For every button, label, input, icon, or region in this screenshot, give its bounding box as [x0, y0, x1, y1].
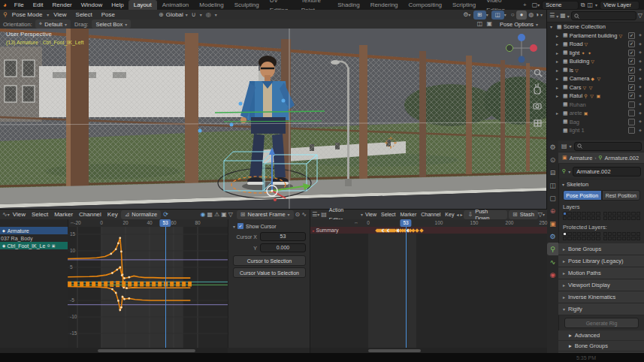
viewport-menu-view[interactable]: View	[49, 10, 71, 20]
current-frame-badge[interactable]: 53	[159, 219, 171, 227]
protected-layers-grid-1[interactable]	[563, 232, 600, 240]
exclude-checkbox[interactable]: ✓	[628, 75, 635, 82]
outliner-row[interactable]: ▸ ▦ Building ▽ ✓ ⌖	[547, 57, 644, 66]
expand-icon[interactable]: ▸	[556, 50, 561, 56]
exclude-checkbox[interactable]	[628, 110, 635, 116]
ghost-curves-icon[interactable]: ▣	[219, 212, 228, 218]
exclude-checkbox[interactable]: ✓	[628, 32, 635, 39]
breadcrumb-data[interactable]: Armature.002	[605, 155, 639, 161]
expand-icon[interactable]: ▸	[556, 93, 561, 98]
outliner-row[interactable]: ▦ light 1 ⌖	[547, 126, 644, 135]
subpanel-bone-groups[interactable]: ▸Bone Groups	[558, 341, 644, 351]
keyframe-diamond[interactable]	[419, 228, 424, 233]
drag-dropdown[interactable]: Select Box▾	[92, 20, 131, 29]
selectability-icon[interactable]: ⌖	[639, 32, 642, 38]
bone-dot[interactable]	[230, 123, 234, 127]
outliner-search-input[interactable]	[571, 11, 636, 20]
viewport-menu-pose[interactable]: Pose	[97, 10, 119, 20]
pose-options-dropdown[interactable]: Pose Options▾	[496, 20, 542, 29]
skeleton-panel-header[interactable]: Skeleton	[567, 181, 588, 188]
workspace-tab-compositing[interactable]: Compositing	[404, 0, 447, 10]
tab-view-layer-icon[interactable]: ◫	[547, 179, 558, 192]
expand-icon[interactable]: ▸	[556, 41, 561, 47]
graph-menu-view[interactable]: View	[10, 210, 29, 219]
bone-dot[interactable]	[239, 102, 243, 106]
panel-rigify[interactable]: ▾Rigify	[558, 303, 644, 315]
dope-menu-key[interactable]: Key	[443, 210, 456, 219]
menu-edit[interactable]: Edit	[29, 0, 48, 10]
stash-button[interactable]: ⊞Stash	[509, 210, 538, 219]
menu-help[interactable]: Help	[107, 0, 128, 10]
next-action-icon[interactable]: ▸	[458, 213, 464, 217]
graph-menu-marker[interactable]: Marker	[51, 210, 76, 219]
panel-viewport-display[interactable]: ▸Viewport Display	[558, 279, 644, 291]
exclude-checkbox[interactable]	[628, 119, 635, 125]
selectability-icon[interactable]: ⌖	[639, 128, 642, 134]
expand-icon[interactable]: ▸	[556, 76, 561, 81]
properties-search-input[interactable]	[574, 142, 642, 151]
fcurve-icon[interactable]: ∿	[300, 212, 310, 218]
shading-rendered-icon[interactable]: ◑	[534, 12, 540, 18]
expand-icon[interactable]: ▸	[556, 85, 561, 90]
expand-icon[interactable]: ▸	[556, 110, 561, 116]
selectability-icon[interactable]: ⌖	[639, 84, 642, 90]
exclude-checkbox[interactable]	[628, 127, 635, 134]
graph-menu-select[interactable]: Select	[29, 210, 51, 219]
workspace-tab-rendering[interactable]: Rendering	[365, 0, 404, 10]
graph-editor-icon[interactable]: ∿	[0, 212, 8, 218]
blender-logo-icon[interactable]: ◕	[0, 2, 10, 8]
scene-selector[interactable]: Scene	[542, 1, 579, 10]
outliner-row[interactable]: ▸ ▦ arete ▣ ⌖	[547, 109, 644, 118]
rest-position-button[interactable]: Rest Position	[602, 190, 641, 201]
show-cursor-checkbox[interactable]: ✓	[237, 223, 243, 229]
outliner-filter-icon[interactable]: ▽	[638, 13, 642, 19]
current-frame-badge[interactable]: 53	[400, 219, 411, 227]
tab-world-icon[interactable]: ⊕	[547, 204, 558, 217]
outliner-row[interactable]: ▸ ▦ ls ▽ ✓ ⌖	[547, 66, 644, 75]
workspace-tab-sculpting[interactable]: Sculpting	[229, 0, 265, 10]
tab-bone-icon[interactable]: ∿	[547, 255, 558, 268]
cursor-value-to-selection-button[interactable]: Cursor Value to Selection	[233, 267, 306, 278]
selectability-icon[interactable]: ⌖	[639, 76, 642, 82]
panel-pose-library[interactable]: ▸Pose Library (Legacy)	[558, 255, 644, 267]
data-name-field[interactable]: Armature.002	[573, 167, 641, 176]
preview-range-icon[interactable]: ↔	[354, 220, 358, 225]
expand-icon[interactable]: ▸	[556, 33, 561, 38]
outliner-row[interactable]: ▸ ▦ light ✦ ✦ ✓ ⌖	[547, 49, 644, 58]
view-layer-selector[interactable]: View Layer	[600, 1, 639, 10]
tab-object-icon[interactable]: ▣	[547, 217, 558, 230]
properties-editor-icon[interactable]: ▤	[561, 143, 567, 149]
cursor-to-selection-button[interactable]: Cursor to Selection	[233, 255, 306, 266]
expand-icon[interactable]: ◆	[2, 228, 5, 233]
exclude-checkbox[interactable]: ✓	[628, 58, 635, 65]
workspace-tab-scripting[interactable]: Scripting	[447, 0, 481, 10]
selectability-icon[interactable]: ⌖	[639, 41, 642, 47]
options-icon-a[interactable]: ◫	[477, 21, 483, 27]
breadcrumb-object[interactable]: Armature	[570, 155, 593, 161]
subpanel-advanced[interactable]: ▸Advanced	[558, 330, 644, 341]
outliner-row[interactable]: ▸ ▦ Parliament building ▽ ✓ ⌖	[547, 32, 644, 41]
tab-modifier-icon[interactable]: ⚙	[547, 230, 558, 243]
graph-filter-icon[interactable]: ▽	[228, 212, 233, 218]
selectability-icon[interactable]: ⌖	[639, 67, 642, 73]
snap-dropdown[interactable]: ⊞Nearest Frame▾	[237, 210, 294, 219]
dope-editor-icon[interactable]: ☰	[310, 212, 317, 218]
overlays-toggle-icon[interactable]: ⊞	[473, 11, 485, 20]
show-errors-icon[interactable]: ⚠	[214, 212, 219, 218]
selectability-icon[interactable]: ⌖	[639, 50, 642, 56]
normalize-refresh-icon[interactable]: ⟳	[161, 212, 171, 218]
dope-menu-marker[interactable]: Marker	[398, 210, 419, 219]
normalize-toggle[interactable]: ⊿Normalize	[121, 210, 161, 219]
pivot-icon[interactable]: ⊙	[295, 212, 301, 218]
selectability-icon[interactable]: ⌖	[639, 59, 642, 65]
shading-solid-icon[interactable]: ●	[516, 11, 528, 20]
graph-menu-channel[interactable]: Channel	[76, 210, 104, 219]
axis-neg-ball[interactable]	[519, 56, 525, 63]
outliner-row-scene-collection[interactable]: ▾ ▦ Scene Collection	[547, 23, 644, 32]
workspace-tab-shading[interactable]: Shading	[332, 0, 364, 10]
visibility-icon[interactable]: ◉	[2, 243, 5, 248]
panel-bone-groups[interactable]: ▸Bone Groups	[558, 243, 644, 255]
cursor-x-field[interactable]: 53	[260, 232, 306, 241]
graph-plot[interactable]: 15105-5-10-15	[68, 227, 228, 348]
mode-selector[interactable]: Pose Mode	[8, 10, 47, 20]
